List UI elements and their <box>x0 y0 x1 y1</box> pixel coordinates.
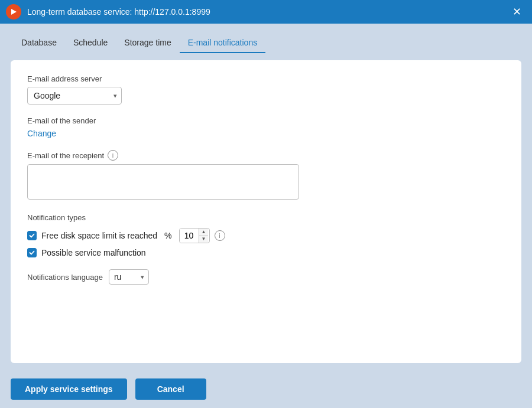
footer: Apply service settings Cancel <box>0 373 532 408</box>
recipient-label: E-mail of the recepient <box>27 151 104 160</box>
disk-space-checkbox[interactable] <box>27 231 37 240</box>
email-server-select-wrapper: Google Yahoo Outlook Custom ▾ <box>27 87 122 105</box>
svg-marker-0 <box>11 9 17 15</box>
language-select-wrapper: ru en de fr ▾ <box>109 269 149 285</box>
tab-storage-time[interactable]: Storage time <box>116 33 179 53</box>
app-logo <box>6 4 21 19</box>
language-select[interactable]: ru en de fr <box>109 269 149 285</box>
notification-types-group: Notification types Free disk space limit… <box>27 213 505 257</box>
language-label: Notifications language <box>27 273 103 282</box>
recipient-label-row: E-mail of the recepient i <box>27 150 505 161</box>
apply-button[interactable]: Apply service settings <box>11 378 127 400</box>
email-server-group: E-mail address server Google Yahoo Outlo… <box>27 74 505 105</box>
window: Long-term database service: http://127.0… <box>0 0 532 408</box>
cancel-button[interactable]: Cancel <box>135 378 206 400</box>
disk-percent-input[interactable] <box>180 229 199 243</box>
percent-symbol: % <box>164 231 171 240</box>
content-card: E-mail address server Google Yahoo Outlo… <box>11 60 521 363</box>
recipient-group: E-mail of the recepient i <box>27 150 505 201</box>
email-server-select[interactable]: Google Yahoo Outlook Custom <box>27 87 122 105</box>
spinner-down-button[interactable]: ▼ <box>199 236 209 243</box>
recipient-textarea[interactable] <box>27 164 299 200</box>
recipient-info-icon: i <box>108 150 118 161</box>
disk-info-icon: i <box>215 230 225 241</box>
spinner-up-button[interactable]: ▲ <box>199 229 209 236</box>
change-link[interactable]: Change <box>27 129 56 138</box>
email-sender-label: E-mail of the sender <box>27 116 505 125</box>
malfunction-row: Possible service malfunction <box>27 248 505 257</box>
close-button[interactable]: ✕ <box>508 4 526 19</box>
tab-database[interactable]: Database <box>13 33 65 53</box>
email-sender-group: E-mail of the sender Change <box>27 116 505 138</box>
tabs-bar: Database Schedule Storage time E-mail no… <box>11 33 521 53</box>
disk-space-label: Free disk space limit is reached <box>41 231 157 240</box>
disk-percent-spinner: ▲ ▼ <box>179 228 210 243</box>
notification-types-label: Notification types <box>27 213 505 222</box>
disk-space-row: Free disk space limit is reached % ▲ ▼ i <box>27 228 505 243</box>
tab-email-notifications[interactable]: E-mail notifications <box>180 33 266 53</box>
tab-schedule[interactable]: Schedule <box>65 33 116 53</box>
email-server-label: E-mail address server <box>27 74 505 83</box>
title-bar: Long-term database service: http://127.0… <box>0 0 532 24</box>
malfunction-checkbox[interactable] <box>27 248 37 257</box>
language-row: Notifications language ru en de fr ▾ <box>27 269 505 285</box>
window-title: Long-term database service: http://127.0… <box>27 7 508 17</box>
malfunction-label: Possible service malfunction <box>41 248 146 257</box>
main-area: Database Schedule Storage time E-mail no… <box>0 24 532 373</box>
spinner-buttons: ▲ ▼ <box>199 229 209 243</box>
